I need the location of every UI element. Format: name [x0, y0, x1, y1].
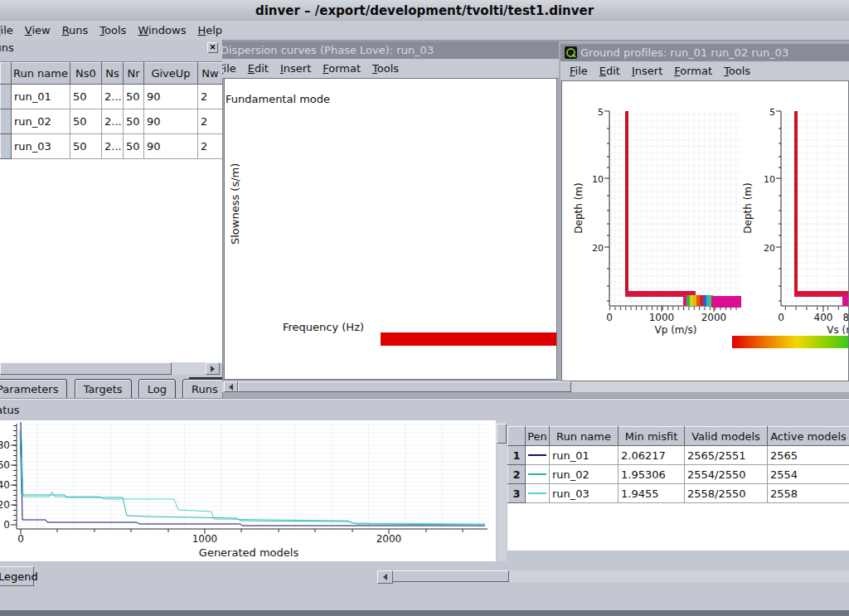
vs-profile-step	[794, 291, 849, 297]
arrow-right-icon	[211, 366, 218, 372]
vp-profile-surface-layer	[625, 111, 628, 291]
misfit-colorbar	[732, 336, 849, 348]
status-table: Pen Run name Min misfit Valid models Act…	[507, 426, 849, 503]
mdi-hscrollbar[interactable]	[222, 381, 849, 392]
vp-grid	[609, 111, 741, 306]
xtick: 0	[17, 533, 24, 545]
col-giveup[interactable]: GiveUp	[144, 63, 198, 85]
table-row[interactable]: run_03 50 2... 50 90 2	[1, 134, 223, 159]
xlabel: Generated models	[199, 546, 299, 559]
table-row[interactable]: run_01 50 2... 50 90 2	[1, 85, 223, 109]
menu-file[interactable]: File	[0, 22, 19, 40]
menu-edit[interactable]: Edit	[242, 60, 274, 78]
vs-ymajor-ticks	[776, 111, 781, 247]
ground-title: Ground profiles: run_01 run_02 run_03	[580, 46, 788, 59]
table-row[interactable]: 2 run_02 1.95306 2554/2550 2554	[508, 465, 849, 484]
ground-profiles-window: Ground profiles: run_01 run_02 run_03 Fi…	[560, 41, 849, 381]
dispersion-plot-area: Fundamental mode Slowness (s/m) Frequenc…	[224, 78, 557, 380]
main-titlebar[interactable]: dinver – /export/development/tvolti/test…	[0, 0, 849, 22]
col-run-name[interactable]: Run name	[550, 427, 619, 446]
close-icon[interactable]: ✕	[207, 42, 218, 53]
dispersion-window: Dispersion curves (Phase Love): run_03 F…	[222, 40, 559, 381]
vp-xlabel: Vp (m/s)	[655, 324, 697, 336]
vp-ytick: 10	[592, 174, 604, 185]
menu-format[interactable]: Format	[668, 62, 718, 80]
runs-dock-title: Runs	[0, 41, 14, 54]
scroll-left-button[interactable]	[377, 570, 393, 584]
menu-file[interactable]: File	[222, 60, 242, 78]
mdi-hscrollbar-slider[interactable]	[238, 381, 571, 392]
y-axis-label: Slowness (s/m)	[229, 162, 241, 245]
chart-vscrollbar[interactable]	[497, 422, 507, 561]
col-pen[interactable]: Pen	[526, 427, 550, 446]
pen-swatch	[526, 446, 550, 465]
menu-tools[interactable]: Tools	[718, 62, 756, 80]
ytick: 80	[0, 439, 10, 451]
table-row[interactable]: run_02 50 2... 50 90 2	[1, 109, 223, 134]
col-nw[interactable]: Nw	[198, 63, 223, 85]
ground-titlebar[interactable]: Ground profiles: run_01 run_02 run_03	[560, 44, 849, 61]
main-menubar: File View Runs Tools Windows Help	[0, 21, 849, 41]
ytick: 0	[3, 519, 10, 531]
tab-parameters[interactable]: Parameters	[0, 379, 67, 398]
col-nr[interactable]: Nr	[124, 63, 144, 85]
dispersion-menubar: File Edit Insert Format Tools	[222, 59, 559, 79]
menu-windows[interactable]: Windows	[132, 22, 192, 40]
status-table-area: Pen Run name Min misfit Valid models Act…	[507, 426, 849, 551]
arrow-left-icon	[226, 384, 233, 390]
dispersion-titlebar[interactable]: Dispersion curves (Phase Love): run_03	[222, 41, 559, 59]
tab-targets[interactable]: Targets	[75, 379, 132, 398]
vp-ymajor-ticks	[604, 111, 609, 247]
status-hscrollbar-slider[interactable]	[391, 570, 509, 582]
menu-insert[interactable]: Insert	[274, 60, 317, 78]
vs-profile-surface-layer	[794, 111, 798, 291]
scroll-right-button[interactable]	[206, 362, 220, 375]
vs-ylabel: Depth (m)	[742, 182, 754, 233]
vs-xtick: 0	[778, 312, 784, 323]
col-ns0[interactable]: Ns0	[70, 63, 102, 85]
corner-header	[508, 427, 526, 446]
runs-table-header: Run name Ns0 Ns Nr GiveUp Nw	[1, 63, 223, 85]
menu-runs[interactable]: Runs	[56, 22, 95, 40]
vs-xminor-ticks	[781, 307, 849, 310]
menu-tools[interactable]: Tools	[366, 60, 405, 78]
table-row[interactable]: 1 run_01 2.06217 2565/2551 2565	[508, 446, 849, 465]
col-ns[interactable]: Ns	[102, 63, 124, 85]
vp-ytick: 20	[592, 243, 604, 254]
ground-profiles-charts: 5 10 20 0 1000 2000 Vp (m/s) Depth (m) 5	[562, 81, 849, 381]
menu-view[interactable]: View	[19, 22, 56, 40]
menu-tools[interactable]: Tools	[94, 22, 132, 40]
table-row[interactable]: 3 run_03 1.9455 2558/2550 2558	[508, 484, 849, 503]
pen-line	[528, 492, 546, 494]
vp-ylabel: Depth (m)	[573, 182, 585, 233]
pen-line	[528, 473, 546, 475]
status-dock-panel: Status 80 60 40 20 0 0 1000 2000	[0, 398, 849, 611]
legend-button[interactable]: Legend	[0, 566, 34, 586]
menu-format[interactable]: Format	[317, 60, 366, 78]
vs-ytick: 20	[764, 243, 775, 254]
ground-menubar: File Edit Insert Format Tools	[560, 61, 849, 81]
col-active-models[interactable]: Active models	[768, 427, 849, 446]
scroll-left-button[interactable]	[224, 381, 238, 392]
col-min-misfit[interactable]: Min misfit	[619, 427, 685, 446]
col-run-name[interactable]: Run name	[12, 63, 70, 85]
status-hscrollbar[interactable]	[391, 570, 849, 582]
dock-hscrollbar[interactable]	[0, 362, 220, 375]
menu-edit[interactable]: Edit	[594, 62, 626, 80]
tab-runs[interactable]: Runs	[182, 379, 223, 398]
vs-xtick: 800	[843, 312, 849, 323]
vp-xtick: 0	[606, 312, 613, 323]
desktop-bottom-strip	[0, 610, 849, 616]
chart-vscrollbar-slider[interactable]	[497, 424, 507, 444]
menu-help[interactable]: Help	[192, 22, 228, 40]
window-title: dinver – /export/development/tvolti/test…	[255, 3, 594, 18]
dock-hscrollbar-slider[interactable]	[0, 362, 172, 375]
pen-line	[528, 454, 546, 456]
status-table-header: Pen Run name Min misfit Valid models Act…	[508, 427, 849, 446]
menu-file[interactable]: File	[564, 62, 594, 80]
menu-insert[interactable]: Insert	[626, 62, 668, 80]
arrow-left-icon	[380, 574, 387, 580]
ground-plot-area: 5 10 20 0 1000 2000 Vp (m/s) Depth (m) 5	[561, 80, 849, 381]
tab-log[interactable]: Log	[138, 379, 176, 398]
col-valid-models[interactable]: Valid models	[685, 427, 768, 446]
